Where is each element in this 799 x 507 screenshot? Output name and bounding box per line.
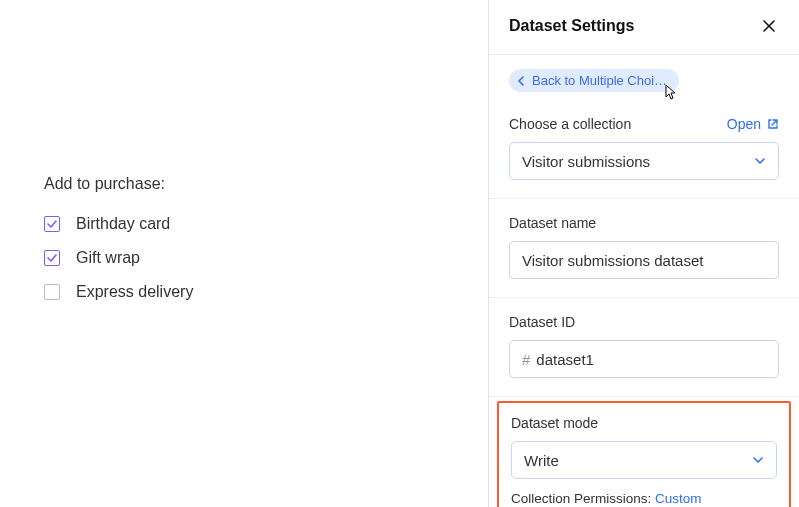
option-row-express: Express delivery	[44, 283, 488, 301]
chevron-down-icon	[752, 452, 764, 469]
option-label: Express delivery	[76, 283, 193, 301]
open-link-text: Open	[727, 116, 761, 132]
checkbox-express[interactable]	[44, 284, 60, 300]
collection-label: Choose a collection	[509, 116, 631, 132]
panel-title: Dataset Settings	[509, 17, 634, 35]
option-label: Birthday card	[76, 215, 170, 233]
dataset-mode-select[interactable]: Write	[511, 441, 777, 479]
panel-header: Dataset Settings	[489, 0, 799, 55]
checkbox-birthday[interactable]	[44, 216, 60, 232]
dataset-id-value: dataset1	[536, 351, 594, 368]
permissions-label: Collection Permissions:	[511, 491, 651, 506]
dataset-mode-label: Dataset mode	[511, 415, 598, 431]
chevron-down-icon	[754, 153, 766, 170]
checkbox-giftwrap[interactable]	[44, 250, 60, 266]
back-row: Back to Multiple Choi…	[489, 55, 799, 100]
permissions-row: Collection Permissions: Custom	[511, 491, 777, 506]
permissions-link[interactable]: Custom	[655, 491, 702, 506]
dataset-id-input[interactable]: # dataset1	[509, 340, 779, 378]
collection-select[interactable]: Visitor submissions	[509, 142, 779, 180]
option-row-birthday: Birthday card	[44, 215, 488, 233]
dataset-name-input[interactable]	[509, 241, 779, 279]
dataset-mode-value: Write	[524, 452, 559, 469]
option-label: Gift wrap	[76, 249, 140, 267]
option-row-giftwrap: Gift wrap	[44, 249, 488, 267]
back-label: Back to Multiple Choi…	[532, 73, 667, 88]
back-button[interactable]: Back to Multiple Choi…	[509, 69, 679, 92]
hash-icon: #	[522, 351, 530, 368]
purchase-heading: Add to purchase:	[44, 175, 488, 193]
collection-section: Choose a collection Open Visitor submiss…	[489, 100, 799, 199]
external-link-icon	[767, 118, 779, 130]
dataset-id-label: Dataset ID	[509, 314, 575, 330]
dataset-id-section: Dataset ID # dataset1	[489, 298, 799, 397]
chevron-left-icon	[517, 76, 526, 86]
close-button[interactable]	[759, 16, 779, 36]
close-icon	[762, 19, 776, 33]
settings-panel: Dataset Settings Back to Multiple Choi… …	[488, 0, 799, 507]
dataset-name-label: Dataset name	[509, 215, 596, 231]
open-collection-link[interactable]: Open	[727, 116, 779, 132]
dataset-mode-section: Dataset mode Write Collection Permission…	[497, 401, 791, 507]
main-content: Add to purchase: Birthday card Gift wrap…	[0, 0, 488, 507]
collection-value: Visitor submissions	[522, 153, 650, 170]
dataset-name-section: Dataset name	[489, 199, 799, 298]
